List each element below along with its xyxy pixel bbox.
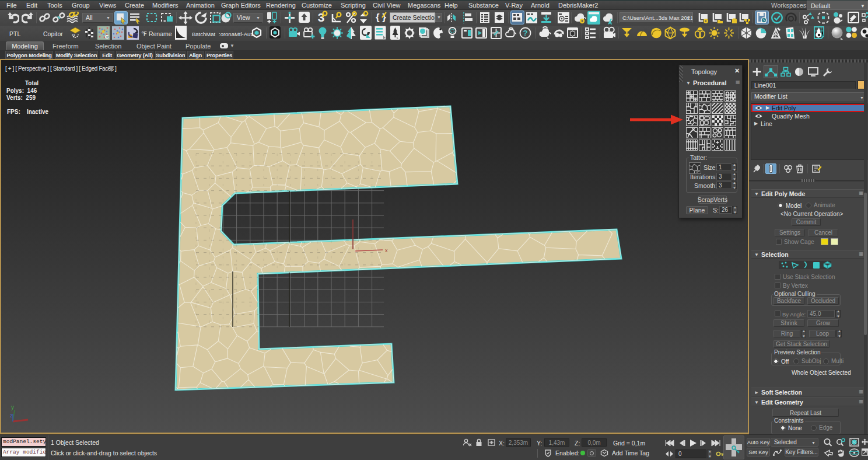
svg-text:C: C: [105, 34, 109, 40]
svg-text:z: z: [10, 413, 13, 419]
svg-text:2: 2: [73, 34, 75, 38]
svg-text:x: x: [385, 248, 388, 253]
svg-text:y: y: [11, 404, 14, 410]
svg-text:?: ?: [523, 29, 528, 37]
